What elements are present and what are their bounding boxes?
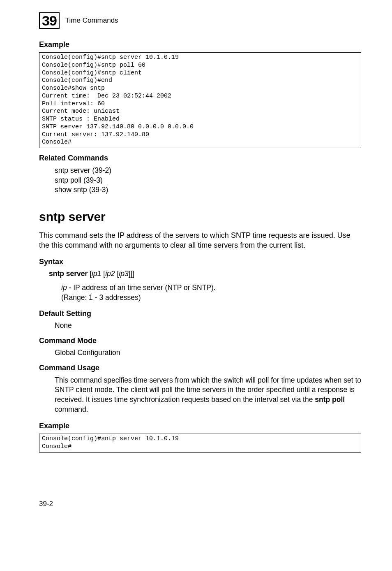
related-commands-list: sntp server (39-2) sntp poll (39-3) show…	[55, 166, 361, 195]
syntax-param: ip2	[105, 269, 115, 278]
page-number: 39-2	[39, 500, 361, 508]
syntax-line: sntp server [ip1 [ip2 [ip3]]]	[49, 269, 361, 278]
code-block-1: Console(config)#sntp server 10.1.0.19 Co…	[39, 52, 361, 148]
chapter-title: Time Commands	[65, 16, 118, 25]
chapter-number-badge: 39	[39, 12, 60, 29]
page-container: 39 Time Commands Example Console(config)…	[0, 0, 392, 525]
syntax-param-name: ip	[61, 283, 67, 292]
command-mode-value: Global Configuration	[55, 348, 361, 357]
syntax-text: [	[101, 269, 105, 278]
example-heading-1: Example	[39, 40, 361, 49]
example-heading-2: Example	[39, 422, 361, 430]
syntax-text: ]]]	[129, 269, 135, 278]
syntax-text: [	[88, 269, 92, 278]
default-setting-value: None	[55, 321, 361, 330]
intro-paragraph: This command sets the IP address of the …	[39, 230, 361, 251]
syntax-heading: Syntax	[39, 258, 361, 266]
related-item: show sntp (39-3)	[55, 185, 361, 195]
code-block-2: Console(config)#sntp server 10.1.0.19 Co…	[39, 434, 361, 453]
usage-bold-command: sntp poll	[315, 395, 345, 404]
related-item: sntp poll (39-3)	[55, 176, 361, 186]
chapter-header: 39 Time Commands	[39, 12, 361, 29]
syntax-text: [	[115, 269, 119, 278]
command-usage-heading: Command Usage	[39, 364, 361, 372]
usage-text-part: command.	[55, 405, 88, 413]
syntax-command: sntp server	[49, 269, 88, 278]
syntax-description: ip - IP address of an time server (NTP o…	[61, 283, 361, 302]
command-mode-heading: Command Mode	[39, 337, 361, 345]
syntax-desc-text: - IP address of an time server (NTP or S…	[67, 283, 216, 292]
syntax-param: ip1	[92, 269, 101, 278]
related-commands-heading: Related Commands	[39, 154, 361, 162]
default-setting-heading: Default Setting	[39, 309, 361, 318]
command-title: sntp server	[39, 210, 361, 224]
command-usage-text: This command specifies time servers from…	[55, 376, 361, 415]
syntax-param: ip3	[119, 269, 128, 278]
related-item: sntp server (39-2)	[55, 166, 361, 176]
syntax-range: (Range: 1 - 3 addresses)	[61, 293, 141, 302]
